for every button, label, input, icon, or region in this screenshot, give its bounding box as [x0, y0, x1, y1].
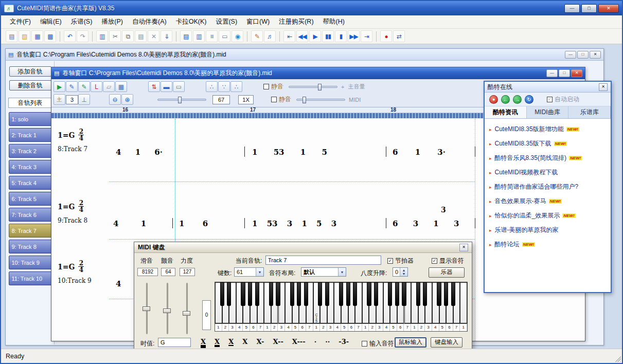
stop-icon[interactable]: ■: [489, 95, 498, 104]
track-list-item[interactable]: 6: Track 5: [9, 192, 52, 206]
loop-icon[interactable]: ⇄: [393, 30, 405, 42]
paste-icon[interactable]: ▤: [135, 30, 147, 42]
zoom-slider[interactable]: [157, 99, 206, 101]
kute-link[interactable]: ▸ 音色效果展示-赛马 NEW!: [489, 197, 606, 206]
triplet-button[interactable]: -3-: [337, 337, 350, 349]
duration-half-button[interactable]: X-: [255, 337, 265, 349]
chevron-down-icon[interactable]: ▼: [256, 268, 263, 276]
black-key[interactable]: [388, 282, 392, 306]
zoom-in-icon[interactable]: ⊕: [121, 94, 133, 105]
kute-link[interactable]: ▸ 恰似你的温柔_效果展示 NEW!: [489, 211, 606, 220]
zoom-out-icon[interactable]: ⊖: [109, 94, 121, 105]
metronome-checkbox[interactable]: ✓节拍器: [387, 257, 414, 265]
track-list-item[interactable]: 7: Track 6: [9, 208, 52, 222]
octave-shift-spinner[interactable]: 0▲▼: [393, 267, 408, 277]
kute-link[interactable]: ▸ CuteMIDI8.35版新增功能 NEW!: [489, 125, 606, 134]
slider-thumb[interactable]: [302, 97, 306, 103]
measure-notes[interactable]: 1 53 3 1 5 3: [252, 219, 336, 228]
minimize-button[interactable]: —: [564, 4, 580, 13]
tonic-tool-icon[interactable]: 主: [54, 94, 65, 105]
kute-link[interactable]: ▸ CuteMIDI视频教程下载: [489, 168, 606, 177]
track-list-item[interactable]: 2: Track 1: [9, 128, 52, 142]
track-list-item[interactable]: 5: Track 4: [9, 176, 52, 190]
black-key[interactable]: [374, 282, 378, 306]
duration-quarter-button[interactable]: X: [241, 337, 249, 349]
track-window-titlebar[interactable]: ▤ 音轨窗口 C:\Program Files\Cutemidi Demos 8…: [6, 49, 603, 61]
beat-count-box[interactable]: 3: [66, 95, 78, 104]
close-button[interactable]: ✕: [598, 4, 619, 13]
white-key[interactable]: [460, 282, 467, 323]
play-icon[interactable]: ▶: [309, 30, 321, 42]
score-page-icon[interactable]: ▤: [180, 30, 192, 42]
pause-icon[interactable]: ▮▮: [322, 30, 334, 42]
dot-button[interactable]: ·: [313, 337, 318, 349]
resize-grip[interactable]: [614, 355, 621, 362]
skip-start-icon[interactable]: ⇤: [283, 30, 295, 42]
black-key[interactable]: [444, 282, 448, 306]
duration-8th-button[interactable]: X: [227, 337, 235, 349]
kute-link[interactable]: ▸ 酷特论坛 NEW!: [489, 240, 606, 249]
slider-thumb[interactable]: [178, 97, 182, 103]
kute-tab[interactable]: 乐谱库: [568, 106, 611, 118]
track-list-item[interactable]: 8: Track 7: [9, 224, 52, 238]
mouse-input-button[interactable]: 鼠标输入: [395, 337, 426, 348]
forward-icon[interactable]: →: [513, 95, 522, 104]
black-key[interactable]: [325, 282, 329, 306]
minimize-button[interactable]: —: [546, 69, 558, 77]
delete-track-button[interactable]: 删除音轨: [9, 80, 51, 90]
black-key[interactable]: [241, 282, 245, 306]
black-key[interactable]: [318, 282, 322, 306]
black-key[interactable]: [304, 282, 308, 306]
close-button[interactable]: ✕: [571, 69, 582, 77]
measure-icon[interactable]: ▭: [173, 81, 185, 92]
track-list-item[interactable]: 3: Track 2: [9, 144, 52, 158]
kute-tab[interactable]: 酷特资讯: [485, 106, 527, 118]
slider-thumb[interactable]: [163, 308, 171, 313]
menu-item[interactable]: 编辑(E): [35, 16, 66, 28]
skip-end-icon[interactable]: ⇥: [361, 30, 372, 42]
select-cursor-icon[interactable]: ▶: [54, 81, 65, 92]
note-dot-tool-3-icon[interactable]: ∴: [230, 81, 242, 92]
measure-notes[interactable]: 4 1 6·: [116, 148, 163, 157]
pitch-bend-slider[interactable]: [141, 283, 152, 334]
black-key[interactable]: [451, 282, 455, 306]
open-folder-icon[interactable]: ▨: [19, 30, 30, 42]
speed-box[interactable]: 1X: [238, 95, 254, 104]
maximize-button[interactable]: □: [581, 4, 597, 13]
menu-item[interactable]: 文件(F): [5, 16, 35, 28]
note-dot-tool-1-icon[interactable]: ∴: [206, 81, 218, 92]
track-list-item[interactable]: 11: Track 10: [9, 271, 52, 285]
input-note-checkbox[interactable]: 输入音符: [362, 339, 394, 348]
black-key[interactable]: [290, 282, 294, 306]
measure-notes[interactable]: 6 1 3·: [393, 148, 446, 157]
measure-notes[interactable]: 6 3 1 3: [393, 219, 459, 228]
maximize-button[interactable]: □: [577, 51, 589, 59]
cut-icon[interactable]: ✂: [109, 30, 121, 42]
grid-icon[interactable]: ▦: [115, 81, 127, 92]
instrument-button[interactable]: 乐器: [429, 267, 465, 278]
close-icon[interactable]: ✕: [599, 83, 608, 91]
duration-dotted-half-button[interactable]: X--: [271, 337, 284, 349]
duration-input[interactable]: [158, 338, 191, 347]
web-icon[interactable]: ◉: [232, 30, 243, 42]
scroll-window-titlebar[interactable]: ▤ 卷轴窗口 C:\Program Files\Cutemidi Demos 8…: [51, 67, 585, 79]
volume-plus[interactable]: +: [341, 84, 344, 90]
chevron-down-icon[interactable]: ▼: [338, 268, 346, 276]
move-vertical-icon[interactable]: ⇅: [148, 81, 160, 92]
redo-icon[interactable]: ↷: [77, 30, 88, 42]
add-track-button[interactable]: 添加音轨: [9, 66, 51, 77]
maximize-button[interactable]: □: [559, 69, 570, 77]
close-icon[interactable]: ✕: [459, 244, 468, 251]
app-titlebar[interactable]: ♬ CuteMIDI简谱作曲家(共享版) V8.35 — □ ✕: [1, 1, 622, 15]
master-volume-slider[interactable]: [289, 86, 337, 88]
black-key[interactable]: [402, 282, 406, 306]
black-key[interactable]: [220, 282, 224, 306]
black-key[interactable]: [353, 282, 357, 306]
black-key[interactable]: [297, 282, 301, 306]
close-button[interactable]: ✕: [590, 51, 601, 59]
duration-16th-button[interactable]: X: [213, 337, 221, 349]
mute-checkbox-2[interactable]: 静音: [271, 95, 291, 104]
pencil-add-icon[interactable]: ✎: [78, 81, 90, 92]
menu-item[interactable]: 窗口(W): [242, 16, 274, 28]
black-key[interactable]: [276, 282, 280, 306]
